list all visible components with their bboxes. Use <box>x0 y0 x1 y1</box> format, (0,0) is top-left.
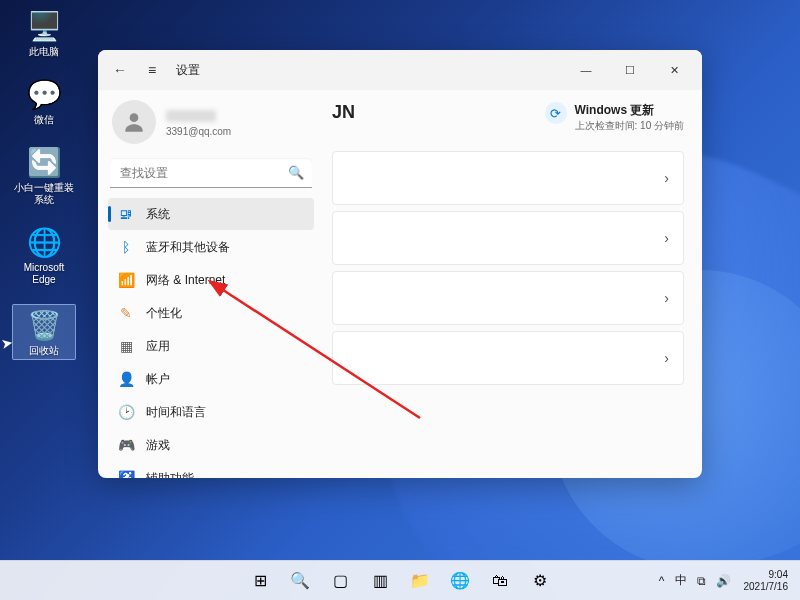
store-button[interactable]: 🛍 <box>482 563 518 599</box>
taskview-button[interactable]: ▢ <box>322 563 358 599</box>
desktop-icon-0[interactable]: 🖥️此电脑 <box>12 8 76 58</box>
apps-icon: ▦ <box>118 338 134 354</box>
desktop-icon-4[interactable]: 🗑️回收站 <box>12 304 76 360</box>
desktop-icon-3[interactable]: 🌐Microsoft Edge <box>12 224 76 286</box>
sidebar-item-label: 网络 & Internet <box>146 272 225 289</box>
sidebar-item-label: 应用 <box>146 338 170 355</box>
network-icon[interactable]: ⧉ <box>694 572 709 590</box>
desktop-icon-label: 小白一键重装系统 <box>12 182 76 206</box>
system-tray: ^ 中 ⧉ 🔊 <box>656 570 734 591</box>
display-icon: 🖳 <box>118 206 134 222</box>
search-icon: 🔍 <box>288 165 304 180</box>
avatar <box>112 100 156 144</box>
account-name <box>166 110 216 122</box>
sidebar-item-label: 游戏 <box>146 437 170 454</box>
bluetooth-icon: ᛒ <box>118 239 134 255</box>
account-email: 3391@qq.com <box>166 126 231 137</box>
time-language-icon: 🕑 <box>118 404 134 420</box>
widgets-button[interactable]: ▥ <box>362 563 398 599</box>
settings-window: ← ≡ 设置 ― ☐ ✕ 3391@qq.com 🔍 🖳系统ᛒ蓝牙和其他设备📶网… <box>98 50 702 478</box>
desktop-icon-2[interactable]: 🔄小白一键重装系统 <box>12 144 76 206</box>
desktop-glyph-icon: 🖥️ <box>26 8 62 44</box>
accessibility-icon: ♿ <box>118 470 134 478</box>
desktop-icon-label: 微信 <box>34 114 54 126</box>
content-pane: JN ⟳ Windows 更新 上次检查时间: 10 分钟前 ›››› <box>320 90 702 478</box>
sidebar-item-label: 辅助功能 <box>146 470 194 479</box>
chevron-right-icon: › <box>664 230 669 246</box>
settings-button[interactable]: ⚙ <box>522 563 558 599</box>
sidebar-item-label: 个性化 <box>146 305 182 322</box>
titlebar: ← ≡ 设置 ― ☐ ✕ <box>98 50 702 90</box>
settings-row[interactable]: › <box>332 331 684 385</box>
back-button[interactable]: ← <box>104 54 136 86</box>
volume-icon[interactable]: 🔊 <box>713 572 734 590</box>
settings-cards: ›››› <box>332 151 684 385</box>
sidebar-item-wifi[interactable]: 📶网络 & Internet <box>108 264 314 296</box>
explorer-button[interactable]: 📁 <box>402 563 438 599</box>
update-subtitle: 上次检查时间: 10 分钟前 <box>575 119 684 133</box>
desktop-icon-1[interactable]: 💬微信 <box>12 76 76 126</box>
tray-chevron-icon[interactable]: ^ <box>656 572 668 590</box>
person-icon <box>121 109 147 135</box>
sidebar-item-accounts[interactable]: 👤帐户 <box>108 363 314 395</box>
maximize-button[interactable]: ☐ <box>608 54 652 86</box>
desktop-icon-label: Microsoft Edge <box>12 262 76 286</box>
desktop-glyph-icon: 🔄 <box>26 144 62 180</box>
edge-button[interactable]: 🌐 <box>442 563 478 599</box>
desktop-glyph-icon: 💬 <box>26 76 62 112</box>
start-button[interactable]: ⊞ <box>242 563 278 599</box>
nav-list: 🖳系统ᛒ蓝牙和其他设备📶网络 & Internet✎个性化▦应用👤帐户🕑时间和语… <box>108 198 314 478</box>
close-button[interactable]: ✕ <box>652 54 696 86</box>
sidebar-item-apps[interactable]: ▦应用 <box>108 330 314 362</box>
sidebar-item-label: 帐户 <box>146 371 170 388</box>
ime-indicator[interactable]: 中 <box>672 570 690 591</box>
minimize-button[interactable]: ― <box>564 54 608 86</box>
accounts-icon: 👤 <box>118 371 134 387</box>
taskbar-clock[interactable]: 9:04 2021/7/16 <box>740 569 793 592</box>
chevron-right-icon: › <box>664 290 669 306</box>
settings-row[interactable]: › <box>332 211 684 265</box>
taskbar: ⊞🔍▢▥📁🌐🛍⚙ ^ 中 ⧉ 🔊 9:04 2021/7/16 <box>0 560 800 600</box>
svg-point-0 <box>130 113 139 122</box>
search-button[interactable]: 🔍 <box>282 563 318 599</box>
sidebar-item-label: 蓝牙和其他设备 <box>146 239 230 256</box>
windows-update-tile[interactable]: ⟳ Windows 更新 上次检查时间: 10 分钟前 <box>545 102 684 133</box>
desktop-icon-label: 此电脑 <box>29 46 59 58</box>
personalize-icon: ✎ <box>118 305 134 321</box>
desktop-glyph-icon: 🌐 <box>26 224 62 260</box>
refresh-icon: ⟳ <box>545 102 567 124</box>
desktop-glyph-icon: 🗑️ <box>26 307 62 343</box>
gaming-icon: 🎮 <box>118 437 134 453</box>
clock-date: 2021/7/16 <box>744 581 789 593</box>
desktop-icons: 🖥️此电脑💬微信🔄小白一键重装系统🌐Microsoft Edge🗑️回收站 <box>12 8 76 360</box>
chevron-right-icon: › <box>664 170 669 186</box>
hamburger-button[interactable]: ≡ <box>136 54 168 86</box>
search-input[interactable] <box>110 158 312 188</box>
update-title: Windows 更新 <box>575 102 684 119</box>
account-block[interactable]: 3391@qq.com <box>108 94 314 154</box>
sidebar-item-label: 时间和语言 <box>146 404 206 421</box>
sidebar-item-time-language[interactable]: 🕑时间和语言 <box>108 396 314 428</box>
sidebar-item-label: 系统 <box>146 206 170 223</box>
settings-row[interactable]: › <box>332 271 684 325</box>
window-title: 设置 <box>176 62 200 79</box>
chevron-right-icon: › <box>664 350 669 366</box>
sidebar-item-accessibility[interactable]: ♿辅助功能 <box>108 462 314 478</box>
sidebar-item-display[interactable]: 🖳系统 <box>108 198 314 230</box>
sidebar-item-gaming[interactable]: 🎮游戏 <box>108 429 314 461</box>
sidebar-item-personalize[interactable]: ✎个性化 <box>108 297 314 329</box>
sidebar: 3391@qq.com 🔍 🖳系统ᛒ蓝牙和其他设备📶网络 & Internet✎… <box>98 90 320 478</box>
settings-row[interactable]: › <box>332 151 684 205</box>
clock-time: 9:04 <box>769 569 788 581</box>
desktop-icon-label: 回收站 <box>29 345 59 357</box>
wifi-icon: 📶 <box>118 272 134 288</box>
device-name: JN <box>332 102 355 123</box>
sidebar-item-bluetooth[interactable]: ᛒ蓝牙和其他设备 <box>108 231 314 263</box>
search-box: 🔍 <box>110 158 312 188</box>
